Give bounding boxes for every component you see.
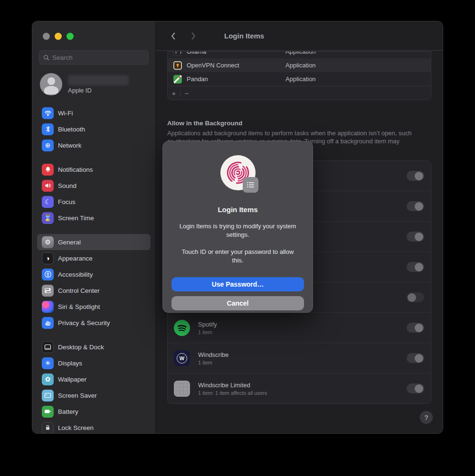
background-item-toggle[interactable] — [407, 201, 424, 211]
list-item-spotify[interactable]: Spotify 1 item — [168, 312, 431, 343]
sidebar-item-appearance[interactable]: ◑ Appearance — [37, 250, 151, 266]
search-placeholder: Search — [52, 54, 73, 61]
back-button[interactable] — [167, 30, 180, 42]
sidebar-item-control-center[interactable]: Control Center — [37, 282, 151, 299]
moon-icon: ☾ — [42, 196, 54, 208]
use-password-button[interactable]: Use Password… — [171, 277, 304, 291]
list-item-windscribe-limited[interactable]: Windscribe Limited 1 item: 1 item affect… — [168, 373, 431, 403]
sidebar-item-label: Bluetooth — [58, 126, 85, 133]
app-kind: Application — [285, 62, 316, 69]
siri-icon — [42, 301, 54, 313]
sidebar-item-displays[interactable]: ☀ Displays — [37, 355, 151, 371]
sidebar-item-screen-time[interactable]: ⌛ Screen Time — [37, 210, 151, 226]
chevron-right-icon — [190, 32, 197, 40]
background-item-toggle[interactable] — [407, 323, 424, 333]
generic-app-icon — [174, 381, 190, 397]
sidebar-item-lock-screen[interactable]: Lock Screen — [37, 420, 151, 433]
app-name: Pandan — [187, 75, 208, 83]
table-row[interactable]: Pandan Application — [168, 72, 431, 86]
minimize-window-button[interactable] — [55, 33, 62, 40]
sidebar-item-privacy-security[interactable]: Privacy & Security — [37, 315, 151, 331]
sidebar-item-wallpaper[interactable]: ✿ Wallpaper — [37, 371, 151, 387]
forward-button[interactable] — [187, 30, 200, 42]
background-item-name: Windscribe — [198, 351, 228, 358]
search-icon — [43, 55, 49, 61]
screensaver-icon — [42, 390, 54, 401]
remove-login-item-button[interactable]: − — [180, 89, 193, 97]
close-window-button[interactable] — [43, 33, 50, 40]
sidebar-group-general: ⚙ General ◑ Appearance Accessibility — [37, 234, 151, 331]
search-input[interactable]: Search — [39, 50, 149, 65]
speaker-icon — [42, 180, 54, 192]
section-title: Allow in the Background — [167, 120, 431, 127]
add-login-item-button[interactable]: + — [168, 89, 180, 97]
sidebar-item-accessibility[interactable]: Accessibility — [37, 266, 151, 282]
list-item-windscribe[interactable]: W Windscribe 1 item — [168, 343, 431, 373]
sidebar-item-desktop-dock[interactable]: Desktop & Dock — [37, 339, 151, 355]
app-name: OpenVPN Connect — [187, 62, 239, 69]
background-item-toggle[interactable] — [407, 171, 424, 181]
open-at-login-table: Ollama Application OpenVPN Connect Appli… — [167, 51, 431, 100]
sidebar-item-label: Privacy & Security — [58, 319, 110, 327]
background-item-toggle[interactable] — [407, 232, 424, 242]
sidebar-item-notifications[interactable]: Notifications — [37, 161, 151, 177]
sidebar: Search Apple ID Wi-Fi — [32, 21, 156, 433]
background-item-toggle[interactable] — [407, 262, 424, 272]
sidebar-item-label: Accessibility — [58, 271, 93, 278]
cancel-button[interactable]: Cancel — [171, 296, 304, 310]
sidebar-item-label: Lock Screen — [58, 424, 94, 431]
app-kind: Application — [285, 75, 316, 83]
sidebar-item-bluetooth[interactable]: Bluetooth — [37, 121, 151, 137]
sidebar-item-screen-saver[interactable]: Screen Saver — [37, 387, 151, 403]
background-item-toggle[interactable] — [407, 383, 424, 393]
background-item-toggle[interactable] — [407, 292, 424, 302]
sidebar-group-alerts: Notifications Sound ☾ Focus ⌛ Screen Tim… — [37, 161, 151, 226]
accessibility-icon — [42, 269, 54, 280]
sidebar-item-wifi[interactable]: Wi-Fi — [37, 105, 151, 121]
background-item-name: Windscribe Limited — [198, 382, 267, 389]
background-item-detail: 1 item — [198, 329, 217, 335]
help-button[interactable]: ? — [420, 411, 433, 424]
table-row[interactable]: Ollama Application — [168, 52, 431, 58]
sidebar-item-sound[interactable]: Sound — [37, 177, 151, 194]
sidebar-item-label: Screen Time — [58, 215, 94, 222]
sidebar-item-focus[interactable]: ☾ Focus — [37, 194, 151, 210]
sidebar-item-label: Wallpaper — [58, 376, 86, 383]
windscribe-icon: W — [174, 350, 190, 366]
dialog-title: Login Items — [218, 205, 257, 214]
hand-icon — [42, 317, 54, 329]
contrast-icon: ◑ — [42, 252, 54, 264]
pandan-app-icon — [173, 75, 182, 84]
background-item-name: Spotify — [198, 321, 217, 328]
table-row[interactable]: OpenVPN Connect Application — [168, 58, 431, 72]
sidebar-item-label: Control Center — [58, 287, 100, 294]
sidebar-item-battery[interactable]: Battery — [37, 403, 151, 420]
table-footer: + − — [168, 86, 431, 100]
ollama-app-icon — [173, 52, 182, 56]
sidebar-item-apple-id[interactable]: Apple ID — [37, 73, 151, 95]
background-item-detail: 1 item: 1 item affects all users — [198, 390, 267, 396]
hourglass-icon: ⌛ — [42, 212, 54, 224]
background-item-toggle[interactable] — [407, 353, 424, 363]
spotify-icon — [174, 320, 190, 336]
gear-icon: ⚙ — [42, 236, 54, 248]
page-title: Login Items — [224, 32, 264, 40]
app-kind: Application — [285, 52, 316, 55]
sidebar-item-siri-spotlight[interactable]: Siri & Spotlight — [37, 299, 151, 315]
sidebar-item-general[interactable]: ⚙ General — [37, 234, 151, 250]
dialog-instruction: Touch ID or enter your password to allow… — [179, 248, 297, 264]
sidebar-group-display: Desktop & Dock ☀ Displays ✿ Wallpaper Sc… — [37, 339, 151, 433]
toggles-icon — [42, 285, 54, 297]
apple-id-label: Apple ID — [68, 87, 129, 94]
sun-icon: ☀ — [42, 357, 54, 369]
battery-icon — [42, 406, 54, 418]
sidebar-item-network[interactable]: ⊕ Network — [37, 137, 151, 153]
flower-icon: ✿ — [42, 373, 54, 385]
sidebar-item-label: Siri & Spotlight — [58, 303, 100, 310]
avatar — [40, 73, 62, 95]
zoom-window-button[interactable] — [66, 33, 74, 40]
window-controls — [37, 33, 151, 40]
sidebar-item-label: Battery — [58, 408, 78, 415]
lock-icon — [42, 422, 54, 434]
sidebar-item-label: Notifications — [58, 166, 93, 173]
